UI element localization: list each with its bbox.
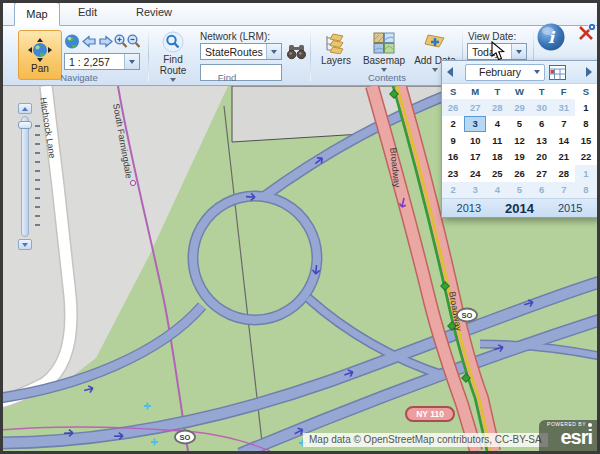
basemap-button[interactable]: Basemap (360, 32, 408, 72)
calendar-day[interactable]: 2 (442, 182, 464, 199)
calendar-day[interactable]: 7 (553, 182, 575, 199)
tab-map[interactable]: Map (14, 2, 60, 26)
calendar-day[interactable]: 1 (575, 165, 597, 182)
network-dropdown-button[interactable] (266, 44, 281, 59)
calendar-year[interactable]: 2015 (558, 202, 582, 214)
calendar-prev-month-icon[interactable] (447, 67, 453, 77)
date-picker-popup: February SMTWTFS 26272829303112345678910… (441, 60, 598, 218)
layers-button[interactable]: Layers (316, 32, 356, 66)
svg-text:SO: SO (180, 433, 191, 442)
calendar-day[interactable]: 21 (553, 149, 575, 166)
calendar-day[interactable]: 23 (442, 165, 464, 182)
down-triangle-icon (22, 243, 28, 247)
calendar-day[interactable]: 26 (508, 165, 530, 182)
calendar-day[interactable]: 26 (442, 99, 464, 116)
event-editor-window: Hitchcock Lane South Farmingdale Broadwa… (0, 0, 600, 454)
calendar-day[interactable]: 4 (486, 116, 508, 133)
calendar-day[interactable]: 12 (508, 132, 530, 149)
binoculars-icon[interactable] (287, 43, 306, 61)
calendar-next-month-icon[interactable] (586, 67, 592, 77)
calendar-day[interactable]: 28 (553, 165, 575, 182)
calendar-day[interactable]: 29 (508, 99, 530, 116)
calendar-day[interactable]: 4 (486, 182, 508, 199)
zoom-slider-up-button[interactable] (18, 103, 32, 114)
chevron-down-icon (271, 50, 277, 54)
group-separator (148, 29, 149, 81)
route-tools-button[interactable] (576, 22, 598, 44)
tab-review[interactable]: Review (136, 6, 172, 18)
calendar-day[interactable]: 31 (553, 99, 575, 116)
shield-so-left: SO (175, 431, 195, 444)
shield-so-right: SO (457, 309, 477, 322)
calendar-day[interactable]: 6 (531, 116, 553, 133)
zoom-out-icon[interactable] (128, 35, 139, 47)
calendar-year[interactable]: 2013 (457, 202, 481, 214)
view-date-dropdown-button[interactable] (511, 44, 526, 59)
calendar-grid-body: 2627282930311234567891011121314151617181… (442, 99, 597, 198)
zoom-slider-handle[interactable] (18, 121, 32, 129)
calendar-day-header: T (486, 84, 508, 99)
calendar-day[interactable]: 6 (531, 182, 553, 199)
calendar-day[interactable]: 15 (575, 132, 597, 149)
calendar-day[interactable]: 13 (531, 132, 553, 149)
calendar-day[interactable]: 8 (575, 116, 597, 133)
calendar-day[interactable]: 11 (486, 132, 508, 149)
calendar-day-header: S (575, 84, 597, 99)
route-node-marker (130, 180, 135, 185)
identify-info-button[interactable]: i (536, 22, 566, 52)
calendar-day[interactable]: 8 (575, 182, 597, 199)
layers-icon (324, 32, 348, 54)
calendar-day[interactable]: 22 (575, 149, 597, 166)
esri-logo: POWERED BY esri (539, 420, 597, 451)
calendar-years: 201320142015 (442, 198, 597, 217)
calendar-day[interactable]: 14 (553, 132, 575, 149)
calendar-day[interactable]: 9 (442, 132, 464, 149)
zoom-in-icon[interactable] (115, 35, 126, 47)
calendar-day[interactable]: 3 (464, 116, 486, 133)
map-attribution: Map data © OpenStreetMap contributors, C… (303, 433, 548, 447)
calendar-today-icon[interactable] (549, 65, 566, 80)
calendar-day[interactable]: 27 (531, 165, 553, 182)
calendar-day[interactable]: 3 (464, 182, 486, 199)
calendar-day[interactable]: 30 (531, 99, 553, 116)
calendar-day-header: W (508, 84, 530, 99)
calendar-day[interactable]: 5 (508, 116, 530, 133)
previous-extent-icon[interactable] (83, 37, 95, 47)
calendar-month-value: February (466, 66, 534, 78)
calendar-day-header: S (442, 84, 464, 99)
calendar-day[interactable]: 1 (575, 99, 597, 116)
group-separator (310, 29, 311, 81)
calendar-month-dropdown[interactable]: February (465, 64, 545, 81)
scale-combobox[interactable]: 1 : 2,257 (64, 53, 140, 70)
calendar-day[interactable]: 24 (464, 165, 486, 182)
calendar-day[interactable]: 20 (531, 149, 553, 166)
calendar-day[interactable]: 18 (486, 149, 508, 166)
mouse-cursor-icon (491, 41, 505, 61)
zoom-slider-track[interactable] (21, 116, 29, 237)
calendar-day[interactable]: 16 (442, 149, 464, 166)
calendar-day[interactable]: 2 (442, 116, 464, 133)
zoom-slider-down-button[interactable] (18, 239, 32, 250)
calendar-day[interactable]: 19 (508, 149, 530, 166)
tab-edit[interactable]: Edit (78, 6, 97, 18)
group-label-contents: Contents (316, 72, 458, 83)
calendar-day-header: F (553, 84, 575, 99)
calendar-header: February (442, 61, 597, 84)
calendar-day[interactable]: 25 (486, 165, 508, 182)
scale-dropdown-button[interactable] (124, 54, 139, 69)
scale-value: 1 : 2,257 (65, 56, 124, 68)
calendar-year[interactable]: 2014 (505, 201, 534, 216)
calendar-day[interactable]: 10 (464, 132, 486, 149)
calendar-day[interactable]: 28 (486, 99, 508, 116)
calendar-day[interactable]: 7 (553, 116, 575, 133)
next-extent-icon[interactable] (100, 37, 112, 47)
calendar-day[interactable]: 17 (464, 149, 486, 166)
network-combobox[interactable]: StateRoutes (200, 43, 282, 60)
calendar-day-header: M (464, 84, 486, 99)
network-value: StateRoutes (201, 46, 266, 58)
esri-wordmark: esri (539, 427, 592, 447)
pan-globe-icon (27, 37, 53, 63)
calendar-day[interactable]: 5 (508, 182, 530, 199)
full-extent-globe-icon[interactable] (65, 35, 79, 49)
calendar-day[interactable]: 27 (464, 99, 486, 116)
